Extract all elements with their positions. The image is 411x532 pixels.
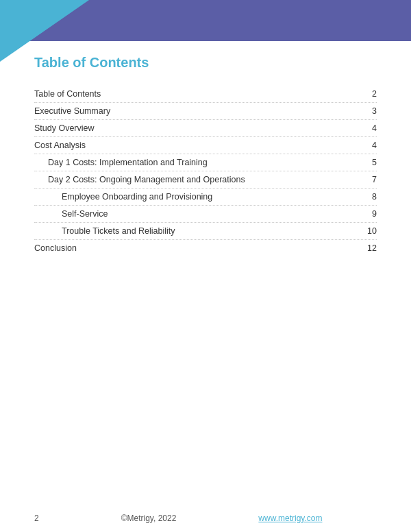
toc-list: Table of Contents2Executive Summary3Stud… — [34, 86, 377, 256]
footer: 2 ©Metrigy, 2022 www.metrigy.com — [0, 505, 411, 532]
footer-copyright: ©Metrigy, 2022 — [121, 513, 177, 523]
toc-page-number: 4 — [363, 141, 377, 150]
toc-page-number: 3 — [363, 106, 377, 116]
toc-row: Table of Contents2 — [34, 86, 377, 103]
toc-label: Study Overview — [34, 123, 363, 133]
toc-page-number: 7 — [363, 175, 377, 184]
toc-row: Day 1 Costs: Implementation and Training… — [34, 154, 377, 171]
toc-label: Day 1 Costs: Implementation and Training — [34, 158, 363, 167]
toc-page-number: 12 — [363, 243, 377, 253]
toc-label: Table of Contents — [34, 89, 363, 99]
toc-row: Trouble Tickets and Reliability10 — [34, 223, 377, 240]
toc-page-number: 10 — [363, 226, 377, 236]
toc-page-number: 2 — [363, 89, 377, 99]
toc-label: Employee Onboarding and Provisioning — [34, 192, 363, 202]
toc-label: Trouble Tickets and Reliability — [34, 226, 363, 236]
toc-row: Conclusion12 — [34, 240, 377, 256]
toc-label: Conclusion — [34, 243, 363, 253]
footer-page-number: 2 — [34, 513, 39, 523]
toc-page-number: 5 — [363, 158, 377, 167]
toc-label: Cost Analysis — [34, 141, 363, 150]
main-content: Table of Contents Table of Contents2Exec… — [34, 55, 377, 498]
toc-page-number: 8 — [363, 192, 377, 202]
toc-row: Study Overview4 — [34, 120, 377, 137]
toc-label: Day 2 Costs: Ongoing Management and Oper… — [34, 175, 363, 184]
toc-row: Day 2 Costs: Ongoing Management and Oper… — [34, 171, 377, 189]
toc-row: Executive Summary3 — [34, 103, 377, 120]
toc-row: Employee Onboarding and Provisioning8 — [34, 189, 377, 206]
toc-label: Self-Service — [34, 209, 363, 219]
toc-row: Cost Analysis4 — [34, 137, 377, 154]
header-triangle — [0, 0, 89, 62]
toc-row: Self-Service9 — [34, 206, 377, 223]
footer-url[interactable]: www.metrigy.com — [258, 513, 322, 523]
toc-page-number: 4 — [363, 123, 377, 133]
toc-label: Executive Summary — [34, 106, 363, 116]
toc-page-number: 9 — [363, 209, 377, 219]
